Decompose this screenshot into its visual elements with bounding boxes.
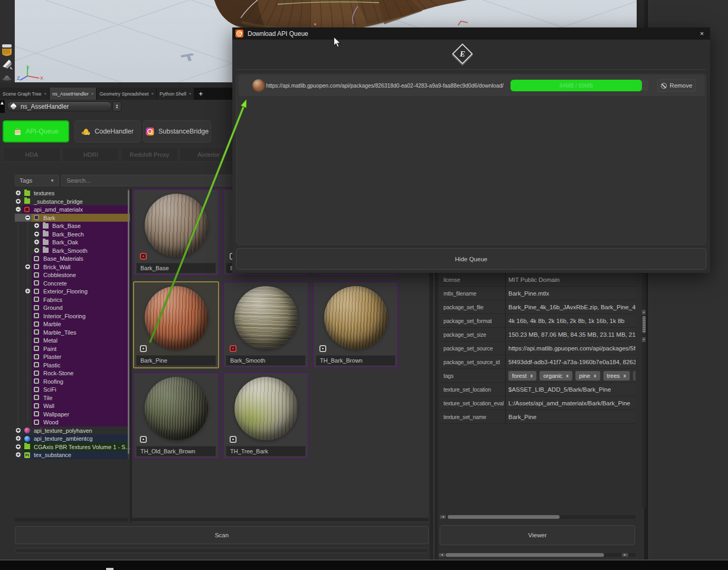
tag-chip-trees[interactable]: treesx: [603, 371, 630, 381]
dialog-title-bar[interactable]: Download API Queue ×: [232, 27, 710, 40]
details-hscrollbar[interactable]: ◄: [439, 515, 636, 519]
substance-bridge-button[interactable]: SubstanceBridge: [143, 120, 211, 142]
pane-tab-python-shell[interactable]: Python Shell×: [157, 88, 194, 100]
expand-toggle-icon[interactable]: [16, 199, 21, 204]
node-path-selector[interactable]: ns_AssetHandler: [7, 101, 112, 111]
tab-close-icon[interactable]: ×: [152, 91, 154, 96]
scroll-left-icon[interactable]: ◄: [439, 553, 445, 557]
tag-remove-icon[interactable]: x: [566, 373, 569, 378]
tag-remove-icon[interactable]: x: [594, 373, 597, 378]
api-queue-button[interactable]: API-Queue: [3, 120, 69, 142]
tree-item-bark-smooth[interactable]: Bark_Smooth: [15, 246, 130, 255]
pane-collapse-notch[interactable]: [0, 100, 5, 113]
tree-item-textures[interactable]: textures: [15, 189, 130, 197]
tree-item-exterior-flooring[interactable]: Exterior_Flooring: [15, 287, 130, 296]
tag-chip-forest[interactable]: forestx: [508, 371, 536, 381]
tree-item-rock-stone[interactable]: Rock-Stone: [15, 369, 130, 377]
tree-item-concrete[interactable]: Concrete: [15, 279, 130, 288]
tree-item-bark[interactable]: Bark: [15, 214, 130, 222]
tree-item-cgaxis-pbr-textures-volume-1-s-[interactable]: CGAxis PBR Textures Volume 1 - S...: [15, 443, 130, 451]
tree-item-cobblestone[interactable]: Cobblestone: [15, 271, 130, 279]
expand-toggle-icon[interactable]: [25, 264, 30, 269]
tab-close-icon[interactable]: ×: [189, 91, 192, 96]
tree-item-api-amd-materialx[interactable]: api_amd_materialx: [15, 205, 130, 214]
scan-button[interactable]: Scan: [15, 526, 429, 544]
new-tab-button[interactable]: +: [194, 88, 207, 100]
tree-item-ground[interactable]: Ground: [15, 303, 130, 312]
code-handler-button[interactable]: CodeHandler: [74, 120, 140, 142]
tree-item-wall[interactable]: Wall: [15, 402, 130, 410]
expand-toggle-icon[interactable]: [34, 232, 39, 236]
tree-item-tex-substance[interactable]: Pttex_substance: [15, 451, 130, 459]
tag-chip-pine[interactable]: pinex: [575, 371, 600, 381]
tag-remove-icon[interactable]: x: [531, 373, 533, 378]
tree-item-interior-flooring[interactable]: Interior_Flooring: [15, 312, 130, 320]
tree-item-plaster[interactable]: Plaster: [15, 353, 130, 361]
tab-close-icon[interactable]: ×: [91, 91, 94, 96]
collapse-toggle-icon[interactable]: [25, 215, 30, 220]
scroll-right-icon[interactable]: ►: [622, 553, 628, 557]
tree-scrollbar[interactable]: [128, 189, 129, 459]
category-tab-redshift-proxy[interactable]: Redshift Proxy: [121, 147, 178, 162]
details-vscrollbar-thumb[interactable]: [642, 316, 646, 333]
tree-item-metal[interactable]: Metal: [15, 336, 130, 345]
tree-item-brick-wall[interactable]: Brick_Wall: [15, 263, 130, 271]
scene-null-object[interactable]: [178, 50, 200, 63]
expand-toggle-icon[interactable]: [34, 240, 39, 244]
tag-chip-organic[interactable]: organicx: [540, 371, 572, 381]
expand-toggle-icon[interactable]: [16, 428, 21, 433]
tree-scrollbar-thumb[interactable]: [128, 190, 129, 454]
asset-card-th_old_bark_brown[interactable]: TH_Old_Bark_Brown: [133, 372, 219, 459]
tree-item-bark-beech[interactable]: Bark_Beech: [15, 230, 130, 239]
tree-item-base-materials[interactable]: Base_Materials: [15, 254, 130, 263]
category-tab-hda[interactable]: HDA: [3, 147, 61, 162]
tags-dropdown[interactable]: Tags ▼: [15, 175, 59, 186]
queue-item[interactable]: https://api.matlib.gpuopen.com/api/packa…: [239, 75, 705, 96]
viewer-button[interactable]: Viewer: [440, 525, 635, 545]
tree-item-marble[interactable]: Marble: [15, 320, 130, 328]
category-tab-aixterior[interactable]: Aixterior: [179, 147, 238, 162]
expand-toggle-icon[interactable]: [25, 289, 30, 293]
asset-card-bark_pine[interactable]: Bark_Pine: [133, 281, 219, 368]
pane-tab-ns-assethandler[interactable]: ns_AssetHandler×: [50, 88, 97, 100]
asset-card-th_tree_bark[interactable]: TH_Tree_Bark: [223, 372, 309, 459]
tree-item-paint[interactable]: Paint: [15, 345, 130, 353]
details-bottom-hscrollbar-thumb[interactable]: [446, 553, 604, 557]
node-path-spinner[interactable]: ▲▼: [112, 101, 121, 111]
tree-item-wallpaper[interactable]: Wallpaper: [15, 410, 130, 419]
tree-item--substance-bridge[interactable]: _substance_bridge: [15, 197, 130, 206]
expand-toggle-icon[interactable]: [34, 223, 39, 228]
asset-card-bark_base[interactable]: Bark_Base: [133, 189, 219, 276]
tape-measure-icon[interactable]: [2, 44, 12, 56]
scroll-up-icon[interactable]: ▲: [642, 310, 646, 315]
expand-toggle-icon[interactable]: [16, 444, 21, 449]
tag-remove-icon[interactable]: x: [623, 373, 626, 378]
tab-close-icon[interactable]: ×: [44, 91, 47, 96]
asset-card-th_bark_brown[interactable]: TH_Bark_Brown: [313, 281, 399, 368]
collapse-toggle-icon[interactable]: [16, 207, 21, 212]
tree-item-plastic[interactable]: Plastic: [15, 361, 130, 369]
expand-toggle-icon[interactable]: [16, 452, 21, 457]
tree-item-wood[interactable]: Wood: [15, 418, 130, 426]
tree-item-api-texture-polyhaven[interactable]: api_texture_polyhaven: [15, 426, 130, 435]
scroll-left-icon[interactable]: ◄: [440, 515, 446, 519]
pane-tab-scene-graph-tree[interactable]: Scene Graph Tree×: [0, 88, 50, 100]
remove-button[interactable]: Remove: [657, 79, 696, 92]
expand-toggle-icon[interactable]: [16, 436, 21, 441]
details-bottom-hscrollbar[interactable]: ◄ ►: [438, 553, 636, 557]
hide-queue-button[interactable]: Hide Queue: [236, 248, 706, 270]
scroll-down-icon[interactable]: ▼: [642, 337, 646, 342]
tree-item-tile[interactable]: Tile: [15, 394, 130, 402]
details-hscrollbar-thumb[interactable]: [448, 515, 560, 519]
expand-toggle-icon[interactable]: [34, 248, 39, 253]
tree-item-bark-base[interactable]: Bark_Base: [15, 222, 130, 230]
asset-card-bark_smooth[interactable]: Bark_Smooth: [223, 281, 309, 368]
tree-item-marble-tiles[interactable]: Marble_Tiles: [15, 328, 130, 337]
expand-toggle-icon[interactable]: [16, 191, 21, 195]
tree-item-api-texture-ambientcg[interactable]: api_texture_ambientcg: [15, 434, 130, 443]
tree-item-roofing[interactable]: Roofing: [15, 377, 130, 386]
category-tab-hdri[interactable]: HDRI: [62, 147, 119, 162]
grid-hscrollbar[interactable]: [132, 518, 429, 521]
pane-tab-geometry-spreadsheet[interactable]: Geometry Spreadsheet×: [97, 88, 157, 100]
details-vscrollbar[interactable]: ▲ ▼: [642, 273, 646, 508]
